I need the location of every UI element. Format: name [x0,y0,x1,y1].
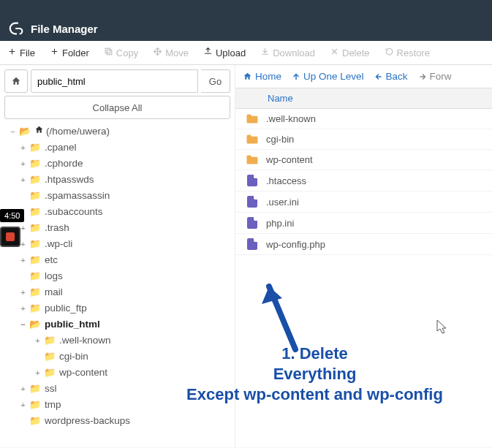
move-icon [153,47,162,58]
tree-node-label: .htpasswds [45,172,94,188]
tree-node-public-html[interactable]: − 📂 public_html [9,316,230,333]
file-row[interactable]: .htaccess [235,170,492,191]
tree-node[interactable]: +📁.wp-cli [9,236,230,252]
title-bar: File Manager [0,16,492,41]
tree-node[interactable]: +📁etc [9,252,230,268]
tree-node[interactable]: 📁.subaccounts [9,204,230,220]
tree-node[interactable]: +📁tmp [9,397,230,413]
nav-home[interactable]: Home [243,71,281,82]
download-icon [260,47,270,58]
toolbar-upload-button[interactable]: Upload [196,41,253,64]
upload-icon [203,47,213,58]
tree-node[interactable]: +📁.well-known [9,333,230,349]
file-name: .user.ini [266,197,299,208]
folder-icon: 📁 [29,252,41,268]
svg-rect-1 [105,48,110,53]
folder-open-icon: 📂 [29,316,41,333]
file-name: php.ini [266,218,294,229]
path-input[interactable] [31,69,198,93]
folder-icon: 📁 [44,349,56,365]
home-icon [34,124,44,140]
tree-node[interactable]: 📁wordpress-backups [9,413,230,429]
folder-icon: 📁 [29,284,41,300]
toggle-icon[interactable]: + [19,252,27,268]
toggle-icon[interactable]: + [19,284,27,300]
tree-node[interactable]: +📁ssl [9,381,230,397]
nav-up[interactable]: Up One Level [292,71,364,82]
toolbar-label: Upload [216,48,246,58]
nav-up-label: Up One Level [303,71,364,82]
body: Go Collapse All − 📂 (/home/uwera) +📁.cpa… [0,65,492,447]
folder-tree: − 📂 (/home/uwera) +📁.cpanel+📁.cphorde+📁.… [4,124,230,429]
home-button[interactable] [4,69,28,93]
file-row[interactable]: .well-known [235,109,492,129]
tree-node-label: .spamassassin [45,188,110,204]
tree-node[interactable]: 📁.spamassassin [9,188,230,204]
tree-node[interactable]: +📁.trash [9,220,230,236]
tree-node-label: public_ftp [45,300,87,316]
folder-icon: 📁 [29,204,41,220]
nav-forward[interactable]: Forw [418,71,452,82]
tree-root-label: (/home/uwera) [46,124,110,140]
file-icon [246,217,259,229]
app-title: File Manager [31,23,98,35]
folder-icon: 📁 [29,220,41,236]
file-row[interactable]: cgi-bin [235,129,492,150]
tree-node-label: logs [45,268,63,284]
toggle-icon[interactable]: + [34,365,42,381]
toggle-icon[interactable]: + [34,333,42,349]
tree-node[interactable]: +📁.cphorde [9,156,230,172]
tree-node[interactable]: 📁logs [9,268,230,284]
toggle-icon[interactable]: + [19,381,27,397]
toolbar-file-button[interactable]: File [0,41,42,64]
name-column-header[interactable]: Name [235,88,492,109]
tree-public-html-children: +📁.well-known📁cgi-bin+📁wp-content [9,333,230,381]
folder-icon [246,154,259,165]
plus-icon [7,47,17,58]
folder-icon: 📁 [29,156,41,172]
folder-icon [246,113,259,124]
go-button[interactable]: Go [201,69,230,93]
toggle-icon[interactable]: + [19,397,27,413]
toggle-icon[interactable]: + [19,140,27,156]
toggle-icon[interactable]: − [19,316,27,333]
tree-node-label: .cphorde [45,156,83,172]
toggle-icon[interactable]: + [19,156,27,172]
toolbar-copy-button: Copy [96,41,145,64]
folder-icon: 📁 [29,268,41,284]
file-row[interactable]: wp-content [235,150,492,170]
tree-node[interactable]: +📁.cpanel [9,140,230,156]
toolbar-label: Restore [397,48,431,58]
file-icon [246,175,259,186]
tree-root[interactable]: − 📂 (/home/uwera) [9,124,230,140]
file-row[interactable]: php.ini [235,213,492,234]
file-row[interactable]: .user.ini [235,191,492,213]
nav-back[interactable]: Back [374,71,408,82]
toggle-icon[interactable]: − [9,124,17,140]
delete-icon [330,47,339,58]
file-icon [246,196,259,208]
toggle-icon[interactable]: + [19,300,27,316]
folder-icon: 📁 [29,188,41,204]
folder-icon: 📁 [44,365,56,381]
record-stop-button[interactable] [0,227,20,247]
tree-node[interactable]: +📁mail [9,284,230,300]
toolbar-move-button: Move [145,41,196,64]
svg-rect-0 [107,50,112,55]
tree-node[interactable]: 📁cgi-bin [9,349,230,365]
tree-node-label: ssl [45,381,57,397]
toolbar-label: Folder [62,48,89,58]
restore-icon [385,47,394,58]
tree-node-label: .wp-cli [45,236,72,252]
file-row[interactable]: wp-config.php [235,234,492,255]
folder-icon: 📁 [44,333,56,349]
toggle-icon[interactable]: + [19,172,27,188]
toolbar-label: Move [165,48,189,58]
tree-node[interactable]: +📁.htpasswds [9,172,230,188]
tree-node[interactable]: +📁public_ftp [9,300,230,316]
collapse-all-button[interactable]: Collapse All [4,96,230,119]
tree-node-label: .cpanel [45,140,77,156]
toolbar-folder-button[interactable]: Folder [42,41,96,64]
nav-home-label: Home [255,71,281,82]
tree-node[interactable]: +📁wp-content [9,365,230,381]
